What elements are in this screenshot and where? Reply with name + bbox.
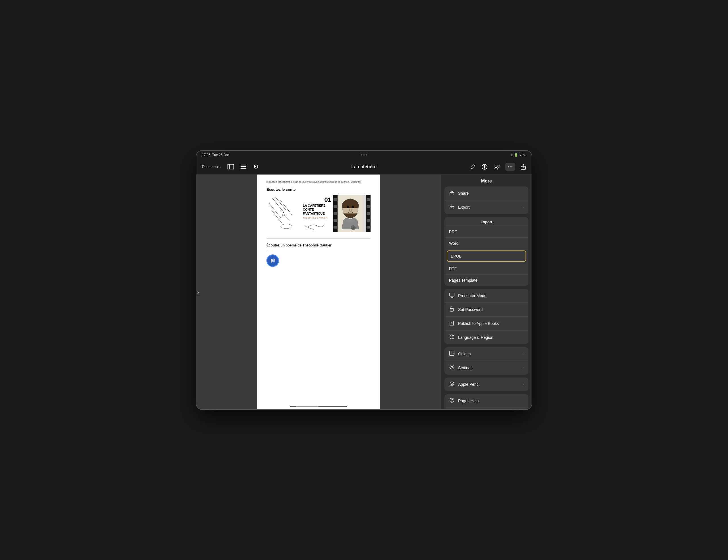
audio-arrow-indicator: ↑ bbox=[266, 250, 371, 253]
svg-point-20 bbox=[281, 224, 292, 229]
settings-label: Settings bbox=[458, 365, 519, 370]
svg-point-37 bbox=[452, 309, 452, 310]
svg-point-25 bbox=[352, 206, 354, 208]
svg-line-19 bbox=[271, 209, 282, 224]
sidebar-toggle-button[interactable] bbox=[226, 163, 235, 171]
add-button[interactable] bbox=[481, 163, 489, 171]
presenter-icon bbox=[449, 292, 455, 299]
svg-rect-2 bbox=[241, 165, 246, 166]
document-area: › réponses précédentes et de ce que vous… bbox=[196, 175, 441, 409]
book-subtitle: THÉOPHILE GAUTIER bbox=[303, 217, 331, 219]
guides-item[interactable]: Guides › bbox=[444, 347, 528, 361]
lock-icon bbox=[449, 306, 455, 313]
page-top-text: réponses précédentes et de ce que vous a… bbox=[266, 180, 371, 184]
export-rtf[interactable]: RTF bbox=[444, 263, 528, 275]
battery-icon: 🔋 bbox=[514, 153, 518, 157]
export-label: Export bbox=[458, 205, 519, 210]
pages-help-label: Pages Help bbox=[458, 398, 524, 403]
book-icon bbox=[449, 320, 455, 326]
book-number: 01 bbox=[303, 196, 331, 204]
export-pdf[interactable]: PDF bbox=[444, 226, 528, 238]
export-icon bbox=[449, 204, 455, 210]
section2-heading: Écoutez un poème de Théophile Gautier bbox=[266, 243, 371, 247]
export-section: Export PDF Word EPUB RTF Pages Template bbox=[444, 217, 528, 286]
share-toolbar-button[interactable] bbox=[519, 163, 527, 171]
more-panel: More Share bbox=[441, 175, 532, 409]
whats-new-item[interactable]: What's New in Pages bbox=[444, 408, 528, 409]
sketch-illustration bbox=[266, 195, 301, 232]
portrait-image bbox=[338, 195, 366, 232]
svg-rect-33 bbox=[450, 293, 454, 296]
time: 17:06 bbox=[202, 153, 210, 157]
settings-icon bbox=[449, 365, 455, 371]
presenter-label: Presenter Mode bbox=[458, 293, 524, 298]
svg-line-18 bbox=[281, 201, 292, 215]
pages-help-item[interactable]: Pages Help bbox=[444, 394, 528, 408]
export-item[interactable]: Export › bbox=[444, 201, 528, 214]
export-chevron: › bbox=[523, 205, 524, 209]
share-export-group: Share Export › bbox=[444, 187, 528, 214]
apple-pencil-chevron: › bbox=[523, 382, 524, 386]
book-title: LA CAFETIÈRE, CONTE FANTASTIQUE bbox=[303, 204, 331, 216]
guides-icon bbox=[449, 351, 455, 357]
undo-button[interactable] bbox=[252, 163, 260, 171]
password-label: Set Password bbox=[458, 307, 524, 312]
date: Tue 25 Jan bbox=[212, 153, 229, 157]
page-divider bbox=[266, 238, 371, 239]
list-view-button[interactable] bbox=[239, 164, 247, 170]
svg-rect-4 bbox=[241, 168, 246, 169]
page-content: réponses précédentes et de ce que vous a… bbox=[257, 175, 380, 409]
export-epub[interactable]: EPUB bbox=[447, 251, 526, 262]
portrait-svg bbox=[338, 195, 363, 232]
svg-line-21 bbox=[304, 226, 314, 230]
toolbar-right bbox=[469, 163, 527, 171]
toolbar: Documents bbox=[196, 159, 532, 175]
apple-pencil-group: Apple Pencil › bbox=[444, 377, 528, 391]
svg-rect-30 bbox=[275, 259, 276, 262]
audio-play-button[interactable] bbox=[266, 255, 279, 267]
settings-item[interactable]: Settings › bbox=[444, 361, 528, 375]
share-item[interactable]: Share bbox=[444, 187, 528, 201]
svg-point-51 bbox=[452, 401, 452, 402]
globe-icon bbox=[449, 334, 455, 340]
battery-percent: 75% bbox=[520, 153, 526, 157]
status-center bbox=[361, 154, 367, 156]
svg-point-8 bbox=[495, 165, 497, 167]
toolbar-left: Documents bbox=[201, 163, 469, 171]
pencil-tool-button[interactable] bbox=[469, 163, 477, 171]
export-pages-template[interactable]: Pages Template bbox=[444, 275, 528, 286]
ipad-frame: 17:06 Tue 25 Jan  🔋 75% Documents bbox=[196, 151, 532, 409]
apple-pencil-icon bbox=[449, 381, 455, 387]
publish-apple-books-item[interactable]: Publish to Apple Books bbox=[444, 317, 528, 330]
scroll-bar bbox=[290, 406, 347, 407]
help-group: Pages Help What's New in Pages bbox=[444, 394, 528, 409]
export-section-header: Export bbox=[444, 217, 528, 226]
svg-point-46 bbox=[451, 366, 453, 368]
help-icon bbox=[449, 398, 455, 404]
more-button[interactable] bbox=[505, 163, 515, 171]
bottom-sketch bbox=[303, 220, 326, 232]
share-icon bbox=[449, 190, 455, 197]
svg-line-17 bbox=[269, 204, 281, 218]
settings-chevron: › bbox=[523, 366, 524, 370]
share-label: Share bbox=[458, 191, 524, 196]
status-bar: 17:06 Tue 25 Jan  🔋 75% bbox=[196, 151, 532, 159]
guides-chevron: › bbox=[523, 352, 524, 356]
collaborate-button[interactable] bbox=[493, 163, 501, 171]
svg-point-9 bbox=[498, 165, 499, 167]
dot2 bbox=[363, 154, 365, 156]
documents-button[interactable]: Documents bbox=[201, 164, 222, 170]
scroll-thumb bbox=[296, 406, 319, 407]
film-strip-left bbox=[333, 195, 338, 232]
set-password-item[interactable]: Set Password bbox=[444, 303, 528, 317]
apple-pencil-item[interactable]: Apple Pencil › bbox=[444, 377, 528, 391]
svg-point-11 bbox=[510, 166, 511, 168]
apple-books-label: Publish to Apple Books bbox=[458, 321, 524, 326]
presenter-mode-item[interactable]: Presenter Mode bbox=[444, 289, 528, 303]
guides-label: Guides bbox=[458, 352, 519, 356]
export-word[interactable]: Word bbox=[444, 238, 528, 249]
guides-settings-group: Guides › Settings › bbox=[444, 347, 528, 375]
document-title: La cafetière bbox=[351, 164, 377, 170]
panel-title: More bbox=[441, 175, 532, 187]
language-region-item[interactable]: Language & Region bbox=[444, 330, 528, 344]
